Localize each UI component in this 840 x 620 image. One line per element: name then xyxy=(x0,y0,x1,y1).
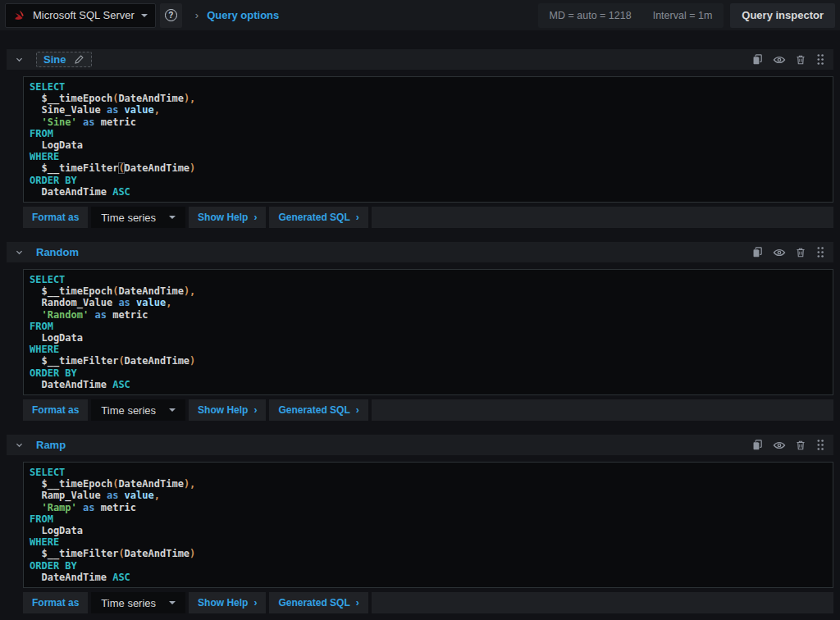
query-section: RandomSELECT $__timeEpoch(DateAndTime), … xyxy=(7,242,833,421)
sql-code-line: Sine_Value as value, xyxy=(30,104,827,116)
query-name[interactable]: Random xyxy=(36,246,79,258)
sql-code-line: $__timeFilter(DateAndTime) xyxy=(30,548,827,559)
generated-sql-button[interactable]: Generated SQL› xyxy=(269,592,368,613)
sql-editor[interactable]: SELECT $__timeEpoch(DateAndTime), Sine_V… xyxy=(23,76,833,203)
query-name: Sine xyxy=(43,53,66,66)
query-options-summary: MD = auto = 1218 Interval = 1m xyxy=(538,3,724,28)
collapse-chevron-icon[interactable] xyxy=(15,248,24,257)
chevron-down-icon xyxy=(169,216,176,219)
sql-code-line: $__timeEpoch(DateAndTime), xyxy=(30,285,827,297)
eye-icon[interactable] xyxy=(773,53,786,66)
drag-handle-icon[interactable] xyxy=(815,439,825,451)
show-help-button[interactable]: Show Help› xyxy=(189,399,266,421)
query-editor-toolbar: Microsoft SQL Server ? › Query options M… xyxy=(0,0,840,30)
collapse-chevron-icon[interactable] xyxy=(15,440,24,449)
query-actions xyxy=(751,53,825,66)
trash-icon[interactable] xyxy=(795,440,806,451)
drag-handle-icon[interactable] xyxy=(815,53,825,66)
sql-code-line: $__timeEpoch(DateAndTime), xyxy=(30,93,827,104)
query-section: RampSELECT $__timeEpoch(DateAndTime), Ra… xyxy=(7,435,833,613)
chevron-right-icon: › xyxy=(356,597,359,609)
format-select[interactable]: Time series xyxy=(91,592,185,613)
collapse-chevron-icon[interactable] xyxy=(15,55,24,64)
query-header: Sine xyxy=(7,49,833,70)
footer-filler xyxy=(372,207,833,228)
sql-code-line: ORDER BY xyxy=(30,367,827,379)
edit-pencil-icon xyxy=(74,54,84,65)
duplicate-icon[interactable] xyxy=(751,53,764,66)
trash-icon[interactable] xyxy=(795,54,806,66)
sql-editor[interactable]: SELECT $__timeEpoch(DateAndTime), Ramp_V… xyxy=(23,462,833,588)
sql-code-line: LogData xyxy=(30,525,827,536)
sql-editor[interactable]: SELECT $__timeEpoch(DateAndTime), Random… xyxy=(23,269,833,395)
footer-filler xyxy=(372,399,833,421)
query-name-edit-box[interactable]: Sine xyxy=(36,52,92,67)
sql-code-line: WHERE xyxy=(30,151,827,162)
sql-code-line: $__timeEpoch(DateAndTime), xyxy=(30,478,827,490)
sql-code-line: DateAndTime ASC xyxy=(30,186,827,198)
format-select[interactable]: Time series xyxy=(91,207,185,228)
chevron-right-icon: › xyxy=(356,212,359,223)
sql-code-line: SELECT xyxy=(30,81,827,93)
sql-code-line: FROM xyxy=(30,128,827,139)
sql-code-line: LogData xyxy=(30,139,827,151)
sql-code-line: $__timeFilter(DateAndTime) xyxy=(30,355,827,367)
sql-code-line: SELECT xyxy=(30,274,827,285)
sql-code-line: FROM xyxy=(30,321,827,332)
show-help-label: Show Help xyxy=(198,597,248,609)
generated-sql-button[interactable]: Generated SQL› xyxy=(269,207,368,228)
sql-code-line: FROM xyxy=(30,513,827,525)
max-datapoints-info: MD = auto = 1218 xyxy=(550,10,632,21)
query-inspector-button[interactable]: Query inspector xyxy=(730,3,835,28)
generated-sql-label: Generated SQL xyxy=(278,212,349,223)
eye-icon[interactable] xyxy=(773,439,786,452)
duplicate-icon[interactable] xyxy=(751,439,764,451)
chevron-right-icon: › xyxy=(253,597,257,609)
generated-sql-label: Generated SQL xyxy=(278,404,349,416)
chevron-right-icon: › xyxy=(253,404,257,416)
generated-sql-button[interactable]: Generated SQL› xyxy=(269,399,368,421)
duplicate-icon[interactable] xyxy=(751,246,764,258)
trash-icon[interactable] xyxy=(795,247,806,258)
chevron-right-icon: › xyxy=(356,404,359,416)
format-select-value: Time series xyxy=(101,212,156,224)
sql-code-line: ORDER BY xyxy=(30,175,827,186)
chevron-down-icon xyxy=(141,14,148,17)
sql-code-line: 'Ramp' as metric xyxy=(30,502,827,513)
eye-icon[interactable] xyxy=(773,246,786,259)
sql-code-line: DateAndTime ASC xyxy=(30,572,827,583)
sql-code-line: ORDER BY xyxy=(30,560,827,572)
format-select-value: Time series xyxy=(101,404,156,417)
query-header: Random xyxy=(7,242,833,262)
sql-code-line: 'Sine' as metric xyxy=(30,116,827,128)
interval-info: Interval = 1m xyxy=(653,10,713,21)
show-help-button[interactable]: Show Help› xyxy=(189,207,266,228)
sql-code-line: LogData xyxy=(30,332,827,344)
query-actions xyxy=(751,439,825,452)
show-help-label: Show Help xyxy=(198,212,248,223)
show-help-button[interactable]: Show Help› xyxy=(189,592,266,613)
query-name[interactable]: Ramp xyxy=(36,439,66,451)
query-actions xyxy=(751,246,825,259)
datasource-picker[interactable]: Microsoft SQL Server xyxy=(5,3,156,28)
sql-code-line: $__timeFilter(DateAndTime) xyxy=(30,162,827,174)
chevron-down-icon xyxy=(169,601,176,604)
format-select[interactable]: Time series xyxy=(91,399,185,421)
sql-code-line: Ramp_Value as value, xyxy=(30,490,827,501)
format-select-value: Time series xyxy=(101,597,156,609)
sql-code-line: WHERE xyxy=(30,344,827,355)
drag-handle-icon[interactable] xyxy=(815,246,825,258)
query-options-toggle[interactable]: Query options xyxy=(207,9,279,21)
datasource-help-button[interactable]: ? xyxy=(160,3,182,28)
sql-code-line: Random_Value as value, xyxy=(30,297,827,308)
sql-server-logo-icon xyxy=(13,9,26,22)
sql-code-line: WHERE xyxy=(30,536,827,548)
format-as-label: Format as xyxy=(23,399,88,421)
query-section: SineSELECT $__timeEpoch(DateAndTime), Si… xyxy=(7,49,833,228)
sql-code-line: 'Random' as metric xyxy=(30,309,827,321)
format-as-label: Format as xyxy=(23,207,88,228)
query-list: SineSELECT $__timeEpoch(DateAndTime), Si… xyxy=(0,30,840,613)
format-as-label: Format as xyxy=(23,592,88,613)
help-circle-icon: ? xyxy=(165,9,177,21)
sql-code-line: DateAndTime ASC xyxy=(30,379,827,390)
